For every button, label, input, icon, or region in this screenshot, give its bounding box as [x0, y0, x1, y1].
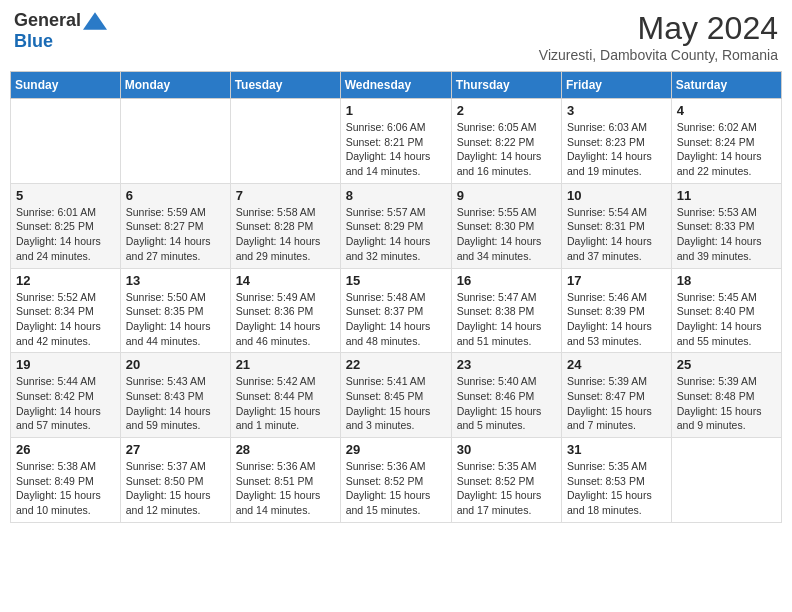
calendar-week-row: 19Sunrise: 5:44 AMSunset: 8:42 PMDayligh…: [11, 353, 782, 438]
calendar-header-tuesday: Tuesday: [230, 72, 340, 99]
calendar-header-row: SundayMondayTuesdayWednesdayThursdayFrid…: [11, 72, 782, 99]
day-info: Sunrise: 5:35 AMSunset: 8:53 PMDaylight:…: [567, 459, 666, 518]
day-info: Sunrise: 5:47 AMSunset: 8:38 PMDaylight:…: [457, 290, 556, 349]
day-info: Sunrise: 5:55 AMSunset: 8:30 PMDaylight:…: [457, 205, 556, 264]
day-info: Sunrise: 5:41 AMSunset: 8:45 PMDaylight:…: [346, 374, 446, 433]
calendar-day-5: 5Sunrise: 6:01 AMSunset: 8:25 PMDaylight…: [11, 183, 121, 268]
day-info: Sunrise: 5:42 AMSunset: 8:44 PMDaylight:…: [236, 374, 335, 433]
day-info: Sunrise: 5:49 AMSunset: 8:36 PMDaylight:…: [236, 290, 335, 349]
day-info: Sunrise: 5:44 AMSunset: 8:42 PMDaylight:…: [16, 374, 115, 433]
day-number: 9: [457, 188, 556, 203]
day-number: 30: [457, 442, 556, 457]
calendar-day-14: 14Sunrise: 5:49 AMSunset: 8:36 PMDayligh…: [230, 268, 340, 353]
calendar-header-sunday: Sunday: [11, 72, 121, 99]
calendar-day-6: 6Sunrise: 5:59 AMSunset: 8:27 PMDaylight…: [120, 183, 230, 268]
calendar-header-saturday: Saturday: [671, 72, 781, 99]
day-info: Sunrise: 5:52 AMSunset: 8:34 PMDaylight:…: [16, 290, 115, 349]
calendar-header-monday: Monday: [120, 72, 230, 99]
day-info: Sunrise: 6:02 AMSunset: 8:24 PMDaylight:…: [677, 120, 776, 179]
day-number: 19: [16, 357, 115, 372]
day-info: Sunrise: 5:40 AMSunset: 8:46 PMDaylight:…: [457, 374, 556, 433]
day-number: 29: [346, 442, 446, 457]
calendar-day-11: 11Sunrise: 5:53 AMSunset: 8:33 PMDayligh…: [671, 183, 781, 268]
calendar-header-wednesday: Wednesday: [340, 72, 451, 99]
calendar-day-15: 15Sunrise: 5:48 AMSunset: 8:37 PMDayligh…: [340, 268, 451, 353]
day-info: Sunrise: 5:36 AMSunset: 8:51 PMDaylight:…: [236, 459, 335, 518]
day-info: Sunrise: 6:01 AMSunset: 8:25 PMDaylight:…: [16, 205, 115, 264]
calendar-day-30: 30Sunrise: 5:35 AMSunset: 8:52 PMDayligh…: [451, 438, 561, 523]
day-number: 26: [16, 442, 115, 457]
calendar-day-3: 3Sunrise: 6:03 AMSunset: 8:23 PMDaylight…: [562, 99, 672, 184]
calendar-day-29: 29Sunrise: 5:36 AMSunset: 8:52 PMDayligh…: [340, 438, 451, 523]
day-info: Sunrise: 5:50 AMSunset: 8:35 PMDaylight:…: [126, 290, 225, 349]
day-number: 13: [126, 273, 225, 288]
calendar-empty-cell: [671, 438, 781, 523]
day-number: 12: [16, 273, 115, 288]
month-year-title: May 2024: [539, 10, 778, 47]
day-number: 10: [567, 188, 666, 203]
calendar-day-1: 1Sunrise: 6:06 AMSunset: 8:21 PMDaylight…: [340, 99, 451, 184]
day-number: 15: [346, 273, 446, 288]
day-number: 6: [126, 188, 225, 203]
calendar-day-17: 17Sunrise: 5:46 AMSunset: 8:39 PMDayligh…: [562, 268, 672, 353]
calendar-day-22: 22Sunrise: 5:41 AMSunset: 8:45 PMDayligh…: [340, 353, 451, 438]
calendar-day-4: 4Sunrise: 6:02 AMSunset: 8:24 PMDaylight…: [671, 99, 781, 184]
calendar-day-10: 10Sunrise: 5:54 AMSunset: 8:31 PMDayligh…: [562, 183, 672, 268]
day-info: Sunrise: 5:58 AMSunset: 8:28 PMDaylight:…: [236, 205, 335, 264]
calendar-day-21: 21Sunrise: 5:42 AMSunset: 8:44 PMDayligh…: [230, 353, 340, 438]
day-number: 2: [457, 103, 556, 118]
day-number: 28: [236, 442, 335, 457]
calendar-day-7: 7Sunrise: 5:58 AMSunset: 8:28 PMDaylight…: [230, 183, 340, 268]
calendar-day-31: 31Sunrise: 5:35 AMSunset: 8:53 PMDayligh…: [562, 438, 672, 523]
day-number: 21: [236, 357, 335, 372]
calendar-empty-cell: [230, 99, 340, 184]
day-number: 3: [567, 103, 666, 118]
day-number: 17: [567, 273, 666, 288]
calendar-day-23: 23Sunrise: 5:40 AMSunset: 8:46 PMDayligh…: [451, 353, 561, 438]
day-info: Sunrise: 5:59 AMSunset: 8:27 PMDaylight:…: [126, 205, 225, 264]
calendar-week-row: 12Sunrise: 5:52 AMSunset: 8:34 PMDayligh…: [11, 268, 782, 353]
calendar-empty-cell: [120, 99, 230, 184]
calendar-header-thursday: Thursday: [451, 72, 561, 99]
location-text: Vizuresti, Dambovita County, Romania: [539, 47, 778, 63]
day-info: Sunrise: 5:35 AMSunset: 8:52 PMDaylight:…: [457, 459, 556, 518]
page-header: General Blue May 2024 Vizuresti, Dambovi…: [10, 10, 782, 63]
title-section: May 2024 Vizuresti, Dambovita County, Ro…: [539, 10, 778, 63]
day-number: 22: [346, 357, 446, 372]
logo-general-text: General: [14, 10, 81, 31]
day-number: 1: [346, 103, 446, 118]
day-info: Sunrise: 5:36 AMSunset: 8:52 PMDaylight:…: [346, 459, 446, 518]
calendar-day-20: 20Sunrise: 5:43 AMSunset: 8:43 PMDayligh…: [120, 353, 230, 438]
day-info: Sunrise: 5:48 AMSunset: 8:37 PMDaylight:…: [346, 290, 446, 349]
calendar-day-12: 12Sunrise: 5:52 AMSunset: 8:34 PMDayligh…: [11, 268, 121, 353]
calendar-day-19: 19Sunrise: 5:44 AMSunset: 8:42 PMDayligh…: [11, 353, 121, 438]
logo: General Blue: [14, 10, 107, 52]
day-number: 23: [457, 357, 556, 372]
day-number: 27: [126, 442, 225, 457]
calendar-day-18: 18Sunrise: 5:45 AMSunset: 8:40 PMDayligh…: [671, 268, 781, 353]
calendar-day-25: 25Sunrise: 5:39 AMSunset: 8:48 PMDayligh…: [671, 353, 781, 438]
day-info: Sunrise: 5:53 AMSunset: 8:33 PMDaylight:…: [677, 205, 776, 264]
calendar-header-friday: Friday: [562, 72, 672, 99]
day-info: Sunrise: 5:39 AMSunset: 8:48 PMDaylight:…: [677, 374, 776, 433]
day-info: Sunrise: 5:45 AMSunset: 8:40 PMDaylight:…: [677, 290, 776, 349]
day-number: 20: [126, 357, 225, 372]
day-number: 18: [677, 273, 776, 288]
day-info: Sunrise: 5:38 AMSunset: 8:49 PMDaylight:…: [16, 459, 115, 518]
svg-marker-0: [83, 12, 107, 30]
calendar-day-16: 16Sunrise: 5:47 AMSunset: 8:38 PMDayligh…: [451, 268, 561, 353]
day-number: 4: [677, 103, 776, 118]
calendar-week-row: 26Sunrise: 5:38 AMSunset: 8:49 PMDayligh…: [11, 438, 782, 523]
day-number: 16: [457, 273, 556, 288]
logo-icon: [83, 11, 107, 31]
day-number: 11: [677, 188, 776, 203]
day-number: 7: [236, 188, 335, 203]
day-number: 24: [567, 357, 666, 372]
calendar-day-27: 27Sunrise: 5:37 AMSunset: 8:50 PMDayligh…: [120, 438, 230, 523]
calendar-day-26: 26Sunrise: 5:38 AMSunset: 8:49 PMDayligh…: [11, 438, 121, 523]
day-info: Sunrise: 5:57 AMSunset: 8:29 PMDaylight:…: [346, 205, 446, 264]
day-number: 25: [677, 357, 776, 372]
calendar-table: SundayMondayTuesdayWednesdayThursdayFrid…: [10, 71, 782, 523]
calendar-week-row: 1Sunrise: 6:06 AMSunset: 8:21 PMDaylight…: [11, 99, 782, 184]
logo-blue-text: Blue: [14, 31, 53, 52]
